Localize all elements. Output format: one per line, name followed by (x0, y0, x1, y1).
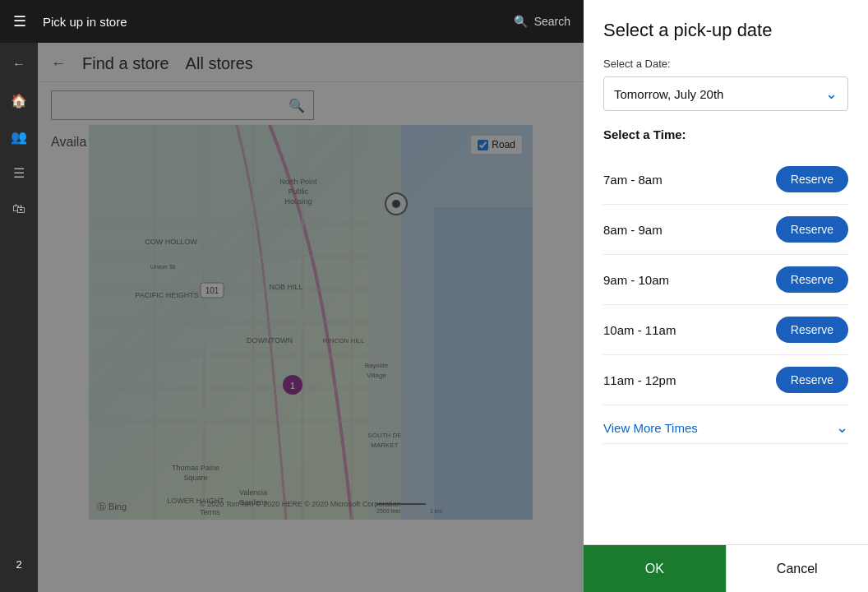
time-slot-5: 11am - 12pm Reserve (603, 355, 848, 405)
sidebar-menu-icon[interactable]: ☰ (7, 161, 30, 184)
reserve-btn-4[interactable]: Reserve (776, 317, 848, 343)
svg-text:NOB HILL: NOB HILL (269, 283, 302, 291)
store-search-bar[interactable]: 🔍 (51, 90, 314, 120)
time-slot-1-label: 7am - 8am (603, 173, 663, 187)
time-slots-container: 7am - 8am Reserve 8am - 9am Reserve 9am … (603, 155, 848, 405)
nav-search: 🔍 Search (514, 15, 570, 28)
sidebar-bag-icon[interactable]: 🛍 (7, 197, 30, 220)
chevron-down-icon: ⌄ (825, 85, 838, 103)
bing-logo: ⓑ Bing (97, 501, 127, 513)
reserve-btn-2[interactable]: Reserve (776, 216, 848, 243)
search-label: Search (534, 15, 570, 28)
view-more-chevron-icon: ⌄ (836, 419, 848, 437)
main-content: ← Find a store All stores 🔍 Availa (38, 43, 584, 592)
time-slot-1: 7am - 8am Reserve (603, 155, 848, 205)
time-slot-4-label: 10am - 11am (603, 323, 676, 337)
time-slot-2-label: 8am - 9am (603, 223, 663, 237)
reserve-btn-1[interactable]: Reserve (776, 166, 848, 192)
map-road-badge[interactable]: Road (470, 135, 523, 155)
sidebar-home-icon[interactable]: 🏠 (7, 89, 30, 112)
time-slot-3: 9am - 10am Reserve (603, 255, 848, 305)
svg-text:SOUTH DE: SOUTH DE (367, 432, 401, 439)
time-slot-2: 8am - 9am Reserve (603, 205, 848, 255)
svg-text:101: 101 (205, 286, 219, 295)
road-checkbox[interactable] (478, 140, 488, 150)
hamburger-icon[interactable]: ☰ (13, 12, 26, 30)
view-more-text: View More Times (603, 421, 698, 435)
svg-text:MARKET: MARKET (371, 442, 398, 449)
svg-text:Thomas Paine: Thomas Paine (172, 464, 219, 472)
svg-text:PACIFIC HEIGHTS: PACIFIC HEIGHTS (135, 291, 198, 299)
road-label: Road (492, 139, 515, 150)
map-copyright: © 2020 TomTom © 2020 HERE © 2020 Microso… (200, 500, 422, 516)
left-panel: ☰ Pick up in store 🔍 Search ← 🏠 👥 ☰ 🛍 2 … (0, 0, 584, 592)
svg-text:Village: Village (367, 372, 386, 379)
time-slot-3-label: 9am - 10am (603, 273, 669, 287)
left-sidebar: ← 🏠 👥 ☰ 🛍 2 (0, 43, 38, 592)
view-more-times[interactable]: View More Times ⌄ (603, 405, 848, 444)
nav-title: Pick up in store (43, 15, 127, 29)
time-select-label: Select a Time: (603, 127, 848, 141)
modal-title: Select a pick-up date (603, 20, 848, 41)
svg-text:North Point: North Point (279, 178, 317, 186)
svg-text:Housing: Housing (284, 197, 312, 206)
top-nav: ☰ Pick up in store 🔍 Search (0, 0, 584, 43)
svg-text:DOWNTOWN: DOWNTOWN (247, 336, 293, 345)
svg-text:COW HOLLOW: COW HOLLOW (145, 238, 197, 246)
modal-content: Select a pick-up date Select a Date: Tom… (584, 0, 868, 544)
right-panel: Select a pick-up date Select a Date: Tom… (584, 0, 868, 592)
sidebar-users-icon[interactable]: 👥 (7, 125, 30, 148)
search-bar-icon: 🔍 (289, 98, 305, 113)
store-title: Find a store (82, 54, 169, 73)
sidebar-number-badge: 2 (7, 553, 30, 576)
modal-footer: OK Cancel (584, 544, 868, 592)
map-svg: 101 COW HOLLOW Union St PACIFIC HEIGHTS … (89, 125, 533, 520)
time-slot-5-label: 11am - 12pm (603, 373, 676, 387)
svg-text:RINCON HILL: RINCON HILL (323, 337, 365, 345)
search-bar-container: 🔍 (38, 82, 584, 128)
svg-text:1: 1 (290, 382, 295, 391)
cancel-button[interactable]: Cancel (726, 545, 869, 592)
selected-date: Tomorrow, July 20th (614, 87, 723, 101)
map-area: 101 COW HOLLOW Union St PACIFIC HEIGHTS … (89, 125, 533, 520)
svg-text:1 km: 1 km (430, 508, 442, 514)
reserve-btn-5[interactable]: Reserve (776, 367, 848, 393)
sidebar-back-icon[interactable]: ← (7, 53, 30, 76)
svg-text:Bayside: Bayside (365, 362, 389, 369)
search-icon: 🔍 (514, 15, 528, 28)
store-subtitle: All stores (186, 54, 253, 73)
svg-text:Square: Square (183, 474, 207, 482)
date-select-label: Select a Date: (603, 58, 848, 70)
svg-point-38 (392, 200, 400, 208)
store-header: ← Find a store All stores (38, 43, 584, 82)
reserve-btn-3[interactable]: Reserve (776, 266, 848, 293)
back-button-icon[interactable]: ← (51, 55, 66, 72)
svg-text:Public: Public (289, 187, 309, 196)
ok-button[interactable]: OK (584, 545, 726, 592)
date-dropdown[interactable]: Tomorrow, July 20th ⌄ (603, 76, 848, 111)
time-slot-4: 10am - 11am Reserve (603, 305, 848, 355)
svg-text:Valencia: Valencia (239, 488, 267, 497)
svg-rect-1 (434, 207, 533, 520)
svg-text:Union St: Union St (150, 263, 176, 271)
